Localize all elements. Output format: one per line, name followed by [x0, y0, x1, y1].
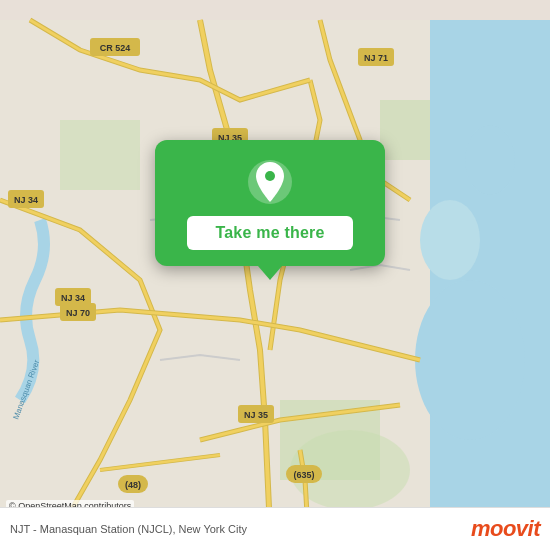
bottom-bar: NJT - Manasquan Station (NJCL), New York… [0, 507, 550, 550]
svg-text:(48): (48) [125, 480, 141, 490]
location-popup: Take me there [155, 140, 385, 266]
svg-text:NJ 34: NJ 34 [61, 293, 85, 303]
svg-point-3 [420, 200, 480, 280]
svg-text:(635): (635) [293, 470, 314, 480]
location-pin-icon [246, 158, 294, 206]
take-me-there-button[interactable]: Take me there [187, 216, 352, 250]
station-name: NJT - Manasquan Station (NJCL), [10, 523, 175, 535]
svg-text:NJ 71: NJ 71 [364, 53, 388, 63]
svg-rect-6 [60, 120, 140, 190]
svg-point-2 [415, 280, 525, 440]
city-name: New York City [179, 523, 247, 535]
station-info: NJT - Manasquan Station (NJCL), New York… [10, 523, 247, 535]
svg-text:CR 524: CR 524 [100, 43, 131, 53]
svg-point-4 [465, 125, 515, 195]
map-container: CR 524 NJ 34 NJ 34 NJ 35 NJ 35 NJ 71 NJ … [0, 0, 550, 550]
svg-text:NJ 70: NJ 70 [66, 308, 90, 318]
svg-text:NJ 34: NJ 34 [14, 195, 38, 205]
svg-point-31 [265, 171, 275, 181]
moovit-logo: moovit [471, 516, 540, 542]
svg-text:NJ 35: NJ 35 [244, 410, 268, 420]
moovit-logo-area: moovit [471, 516, 540, 542]
svg-rect-5 [380, 100, 430, 160]
